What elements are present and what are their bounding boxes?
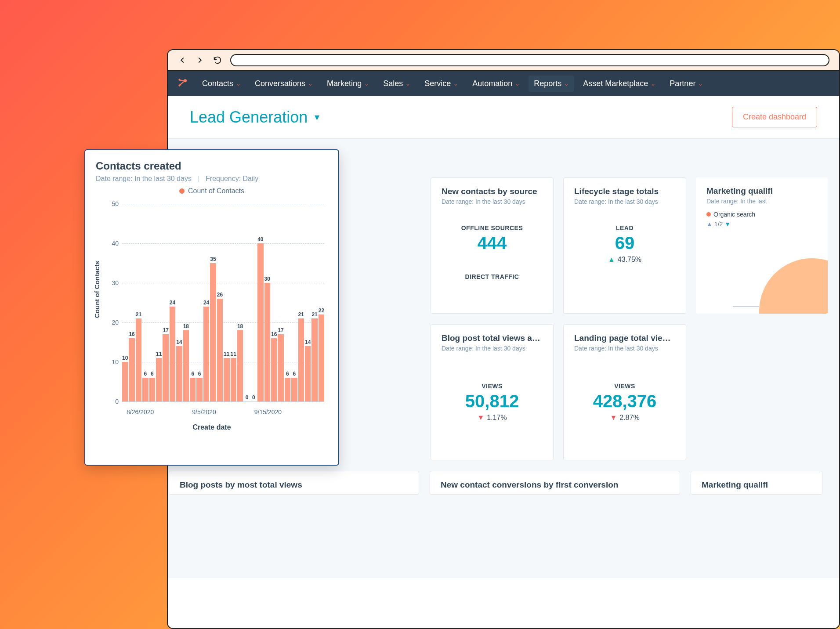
metric-label: VIEWS: [574, 383, 675, 390]
chevron-down-icon: ▾: [315, 112, 319, 123]
bar[interactable]: [298, 318, 304, 401]
bar-chart-plot: 0102030405010162166111724141866243526111…: [122, 204, 324, 401]
tile-title: Blog posts by most total views: [180, 480, 408, 490]
bar[interactable]: [170, 307, 175, 401]
nav-conversations[interactable]: Conversations⌄: [250, 76, 318, 92]
url-bar[interactable]: [230, 54, 829, 66]
metric-value: 444: [442, 233, 543, 253]
tile-title: Lifecycle stage totals: [574, 187, 675, 196]
trend-down-icon: ▼: [610, 414, 617, 422]
bar[interactable]: [176, 346, 182, 401]
nav-reports[interactable]: Reports⌄: [529, 76, 574, 92]
tile-new-contact-conversions[interactable]: New contact conversions by first convers…: [430, 471, 680, 495]
tile-marketing-qualified-2[interactable]: Marketing qualifi: [691, 471, 822, 495]
chevron-down-icon: ⌄: [406, 80, 410, 87]
forward-icon[interactable]: [195, 55, 205, 65]
bar[interactable]: [237, 330, 243, 401]
legend-label: Count of Contacts: [188, 187, 244, 195]
back-icon[interactable]: [177, 55, 187, 65]
tile-title: Blog post total views a…: [442, 333, 543, 343]
legend-dot-icon: [179, 188, 185, 194]
chart-title: Contacts created: [96, 160, 328, 172]
x-axis-ticks: 8/26/2020 9/5/2020 9/15/2020: [122, 408, 324, 416]
bar[interactable]: [122, 362, 128, 401]
svg-point-0: [184, 79, 187, 82]
tile-meta: Date range: In the last 30 days: [442, 345, 543, 352]
bar[interactable]: [224, 358, 229, 401]
hubspot-logo-icon[interactable]: [177, 77, 188, 90]
bar[interactable]: [163, 334, 168, 401]
bar[interactable]: [190, 378, 196, 401]
tile-blog-post-total-views[interactable]: Blog post total views a… Date range: In …: [431, 324, 554, 460]
legend-dot-icon: [706, 212, 711, 217]
metric-value: 428,376: [574, 391, 675, 411]
tile-title: New contacts by source: [442, 187, 543, 196]
bar[interactable]: [291, 378, 297, 401]
chart-frequency: Frequency: Daily: [206, 175, 258, 183]
metric-label: VIEWS: [442, 383, 543, 390]
x-axis-label: Create date: [96, 423, 328, 431]
nav-service[interactable]: Service⌄: [419, 76, 463, 92]
chevron-down-icon: ⌄: [308, 80, 313, 87]
tile-meta: Date range: In the last 30 days: [442, 198, 543, 205]
chevron-down-icon: ⌄: [453, 80, 458, 87]
tile-lifecycle-stage-totals[interactable]: Lifecycle stage totals Date range: In th…: [563, 177, 686, 314]
refresh-icon[interactable]: [213, 55, 222, 65]
bar[interactable]: [196, 378, 202, 401]
bar[interactable]: [217, 299, 223, 401]
bar[interactable]: [129, 338, 134, 401]
pager-next-icon[interactable]: ▼: [724, 221, 731, 228]
tile-meta: Date range: In the last 30 days: [574, 198, 675, 205]
tile-landing-page-total-views[interactable]: Landing page total vie… Date range: In t…: [563, 324, 686, 460]
nav-contacts[interactable]: Contacts⌄: [197, 76, 246, 92]
create-dashboard-button[interactable]: Create dashboard: [732, 107, 817, 127]
tile-meta: Date range: In the last: [706, 198, 817, 205]
nav-automation[interactable]: Automation⌄: [467, 76, 525, 92]
nav-marketing[interactable]: Marketing⌄: [322, 76, 374, 92]
metric-delta: 2.87%: [619, 414, 639, 422]
tile-title: Marketing qualifi: [706, 186, 817, 196]
legend-label: Organic search: [713, 211, 755, 218]
bar[interactable]: [183, 330, 189, 401]
bar[interactable]: [149, 378, 155, 401]
bar[interactable]: [305, 346, 311, 401]
bar[interactable]: [264, 283, 270, 401]
chart-date-range: Date range: In the last 30 days: [96, 175, 192, 183]
bar[interactable]: [285, 378, 290, 401]
bar[interactable]: [210, 263, 216, 401]
chevron-down-icon: ⌄: [515, 80, 520, 87]
bar[interactable]: [142, 378, 148, 401]
trend-up-icon: ▲: [608, 256, 615, 264]
chevron-down-icon: ⌄: [698, 80, 703, 87]
chevron-down-icon: ⌄: [651, 80, 655, 87]
tile-new-contacts-by-source[interactable]: New contacts by source Date range: In th…: [431, 177, 554, 314]
bar[interactable]: [203, 307, 209, 401]
metric-label: OFFLINE SOURCES: [442, 224, 543, 231]
tile-title: Marketing qualifi: [702, 480, 811, 490]
pager-prev-icon[interactable]: ▲: [706, 221, 713, 228]
metric-value: 50,812: [442, 391, 543, 411]
bar[interactable]: [231, 358, 236, 401]
browser-toolbar: [168, 50, 839, 71]
chevron-down-icon: ⌄: [364, 80, 369, 87]
top-nav: Contacts⌄ Conversations⌄ Marketing⌄ Sale…: [168, 71, 839, 96]
metric-label: LEAD: [574, 224, 675, 231]
bar[interactable]: [271, 338, 277, 401]
bar[interactable]: [319, 314, 324, 401]
chevron-down-icon: ⌄: [564, 80, 569, 87]
page-header: Lead Generation ▾ Create dashboard: [168, 96, 839, 139]
pie-chart-icon: [706, 245, 828, 314]
tile-blog-posts-by-most-views[interactable]: Blog posts by most total views: [169, 471, 419, 495]
bar[interactable]: [136, 318, 141, 401]
bar[interactable]: [257, 243, 263, 401]
bar[interactable]: [156, 358, 162, 401]
tile-meta: Date range: In the last 30 days: [574, 345, 675, 352]
tile-marketing-qualified[interactable]: Marketing qualifi Date range: In the las…: [696, 177, 828, 314]
pager-text: 1/2: [714, 221, 723, 228]
nav-asset-marketplace[interactable]: Asset Marketplace⌄: [578, 76, 661, 92]
bar[interactable]: [278, 334, 283, 401]
dashboard-title-dropdown[interactable]: Lead Generation ▾: [190, 108, 319, 127]
bar[interactable]: [311, 318, 317, 401]
nav-sales[interactable]: Sales⌄: [378, 76, 416, 92]
nav-partner[interactable]: Partner⌄: [664, 76, 708, 92]
